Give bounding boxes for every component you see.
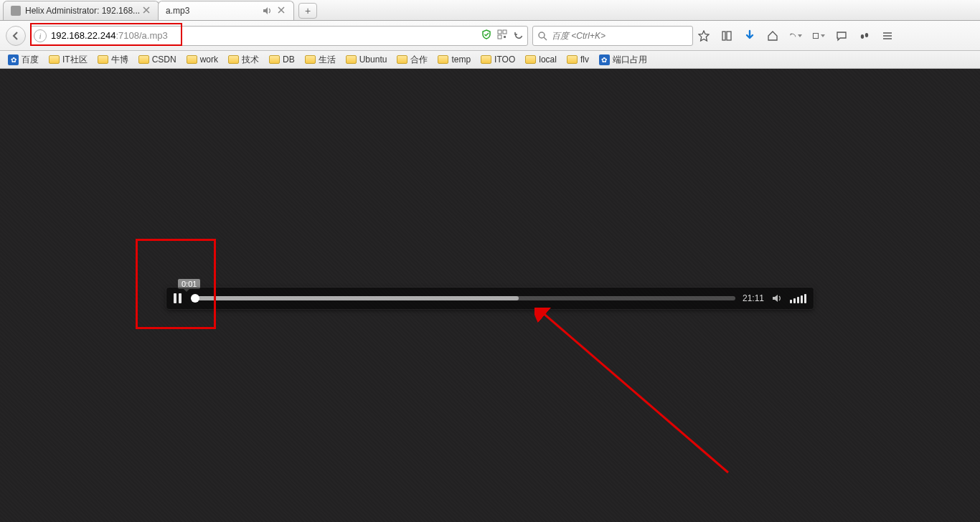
bookmark-label: work bbox=[200, 54, 218, 65]
annotation-arrow bbox=[534, 308, 735, 480]
svg-rect-2 bbox=[11, 6, 21, 16]
new-tab-button[interactable]: + bbox=[298, 3, 317, 19]
folder-icon bbox=[567, 55, 578, 64]
bookmark-item[interactable]: ITOO bbox=[477, 53, 519, 66]
bookmarks-bar: 百度IT社区牛博CSDNwork技术DB生活Ubuntu合作tempITOOlo… bbox=[0, 51, 980, 69]
tab-favicon bbox=[11, 6, 21, 16]
folder-icon bbox=[138, 55, 149, 64]
chat-button[interactable] bbox=[835, 29, 848, 42]
folder-icon bbox=[228, 55, 239, 64]
bookmark-label: 合作 bbox=[410, 54, 428, 66]
bookmark-label: IT社区 bbox=[62, 54, 88, 66]
tab-title: Helix Administrator: 192.168... bbox=[25, 6, 140, 16]
svg-point-11 bbox=[861, 34, 864, 39]
bookmark-item[interactable]: work bbox=[183, 53, 222, 66]
library-button[interactable] bbox=[720, 29, 733, 42]
bookmark-item[interactable]: 技术 bbox=[225, 52, 263, 67]
bookmark-item[interactable]: 牛博 bbox=[94, 52, 132, 67]
nav-back-button[interactable] bbox=[6, 26, 26, 46]
qr-icon[interactable] bbox=[497, 29, 507, 42]
bookmark-item[interactable]: 生活 bbox=[301, 52, 339, 67]
reload-button[interactable] bbox=[513, 30, 524, 42]
svg-rect-6 bbox=[504, 36, 506, 38]
info-icon[interactable]: i bbox=[34, 29, 47, 42]
folder-icon bbox=[346, 55, 357, 64]
svg-line-13 bbox=[542, 312, 728, 473]
bookmark-label: temp bbox=[451, 54, 471, 65]
bookmark-label: ITOO bbox=[494, 54, 515, 65]
nav-toolbar: i 192.168.22.244:7108/a.mp3 bbox=[0, 21, 980, 51]
menu-button[interactable] bbox=[881, 29, 894, 42]
bookmark-label: 技术 bbox=[242, 54, 259, 66]
svg-rect-9 bbox=[727, 32, 731, 40]
home-button[interactable] bbox=[766, 29, 779, 42]
tab-helix[interactable]: Helix Administrator: 192.168... bbox=[3, 1, 159, 20]
bookmark-item[interactable]: local bbox=[522, 53, 560, 66]
box-button[interactable] bbox=[812, 29, 825, 42]
folder-icon bbox=[187, 55, 197, 64]
svg-rect-4 bbox=[503, 30, 507, 34]
bookmark-item[interactable]: 百度 bbox=[4, 52, 42, 67]
bookmark-item[interactable]: CSDN bbox=[135, 53, 180, 66]
tab-title: a.mp3 bbox=[166, 6, 262, 16]
tab-strip: Helix Administrator: 192.168... a.mp3 + bbox=[0, 0, 980, 21]
search-icon bbox=[537, 31, 547, 41]
bookmark-item[interactable]: temp bbox=[434, 53, 474, 66]
svg-rect-10 bbox=[813, 33, 818, 38]
bookmark-label: CSDN bbox=[152, 54, 176, 65]
paw-icon bbox=[599, 54, 610, 65]
folder-icon bbox=[525, 55, 536, 64]
annotation-play-box bbox=[136, 239, 216, 329]
bookmark-label: DB bbox=[283, 54, 295, 65]
folder-icon bbox=[98, 55, 108, 64]
volume-slider[interactable] bbox=[790, 293, 806, 303]
bookmark-label: 生活 bbox=[319, 54, 336, 66]
svg-rect-3 bbox=[498, 30, 501, 34]
page-content: 0:01 21:11 bbox=[0, 69, 980, 522]
svg-point-7 bbox=[539, 32, 545, 38]
url-text: 192.168.22.244:7108/a.mp3 bbox=[51, 30, 477, 41]
shield-icon[interactable] bbox=[481, 29, 491, 42]
bookmark-label: 牛博 bbox=[111, 54, 128, 66]
speaker-icon[interactable] bbox=[262, 6, 272, 16]
volume-icon[interactable] bbox=[771, 293, 783, 304]
bookmark-item[interactable]: Ubuntu bbox=[342, 53, 391, 66]
folder-icon bbox=[481, 55, 491, 64]
bookmark-item[interactable]: flv bbox=[563, 53, 593, 66]
pause-button[interactable] bbox=[174, 292, 187, 305]
seek-buffered bbox=[194, 296, 519, 300]
duration-label: 21:11 bbox=[743, 293, 764, 303]
url-right-icons bbox=[481, 29, 524, 42]
toolbar-icons bbox=[697, 29, 894, 42]
close-icon[interactable] bbox=[143, 6, 153, 16]
folder-icon bbox=[438, 55, 448, 64]
svg-point-12 bbox=[865, 33, 868, 37]
bookmark-item[interactable]: IT社区 bbox=[45, 52, 91, 67]
audio-player: 21:11 bbox=[166, 288, 814, 309]
bookmark-item[interactable]: 端口占用 bbox=[595, 52, 651, 67]
paw-icon bbox=[8, 54, 19, 65]
bookmark-item[interactable]: 合作 bbox=[393, 52, 431, 67]
bookmark-label: local bbox=[539, 54, 557, 65]
tab-amp3[interactable]: a.mp3 bbox=[158, 1, 294, 20]
svg-rect-5 bbox=[498, 35, 501, 39]
url-bar[interactable]: i 192.168.22.244:7108/a.mp3 bbox=[30, 26, 528, 46]
folder-icon bbox=[397, 55, 407, 64]
bookmark-item[interactable]: DB bbox=[265, 53, 298, 66]
bookmark-star-button[interactable] bbox=[697, 29, 710, 42]
folder-icon bbox=[49, 55, 60, 64]
bookmark-label: Ubuntu bbox=[359, 54, 387, 65]
footprint-button[interactable] bbox=[858, 29, 871, 42]
download-button[interactable] bbox=[743, 29, 756, 42]
folder-icon bbox=[305, 55, 316, 64]
bookmark-label: flv bbox=[580, 54, 589, 65]
undo-button[interactable] bbox=[789, 29, 802, 42]
bookmark-label: 端口占用 bbox=[613, 54, 647, 66]
search-bar[interactable] bbox=[532, 26, 693, 46]
folder-icon bbox=[269, 55, 280, 64]
seek-thumb[interactable] bbox=[191, 294, 199, 303]
seek-bar[interactable] bbox=[194, 296, 735, 300]
svg-rect-8 bbox=[722, 32, 725, 40]
search-input[interactable] bbox=[552, 31, 688, 41]
close-icon[interactable] bbox=[278, 6, 288, 16]
